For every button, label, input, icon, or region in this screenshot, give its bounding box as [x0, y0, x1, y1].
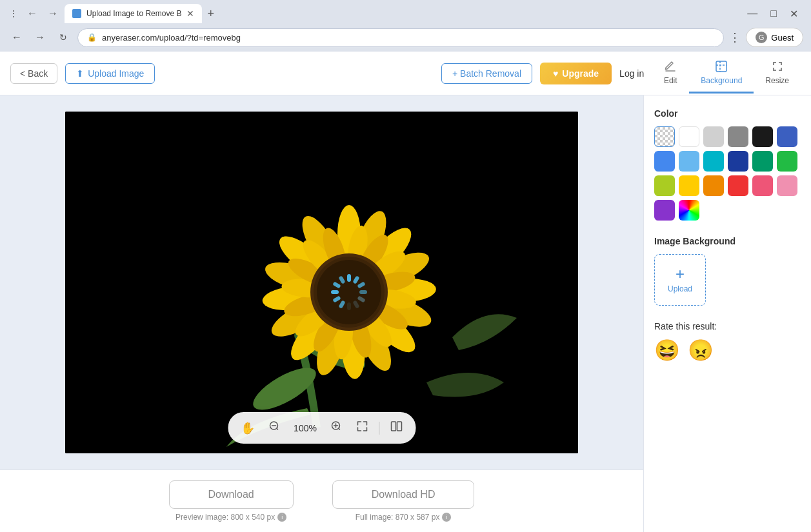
color-swatch-cyan[interactable] — [703, 151, 724, 172]
login-button[interactable]: Log in — [619, 68, 644, 79]
color-swatch-light-gray[interactable] — [703, 126, 724, 147]
background-icon — [714, 59, 728, 74]
edit-tool[interactable]: Edit — [652, 53, 689, 94]
guest-button[interactable]: G Guest — [746, 28, 803, 47]
heart-icon: ♥ — [553, 68, 558, 79]
download-hd-button[interactable]: Download HD — [332, 480, 475, 509]
maximize-button[interactable]: □ — [770, 8, 777, 20]
download-group-standard: Download Preview image: 800 x 540 px i — [169, 480, 294, 522]
preview-info-icon[interactable]: i — [277, 513, 286, 522]
full-info-text: Full image: 870 x 587 px — [355, 513, 440, 522]
color-swatch-transparent[interactable] — [654, 126, 675, 147]
minimize-button[interactable]: — — [747, 8, 757, 20]
url-text: anyeraser.com/upload/?td=removebg — [102, 33, 714, 43]
download-button[interactable]: Download — [169, 480, 294, 509]
svg-rect-0 — [716, 61, 726, 72]
color-row-4 — [654, 200, 801, 221]
split-view-icon — [390, 420, 403, 436]
color-swatch-white[interactable] — [679, 126, 699, 147]
preview-info-text: Preview image: 800 x 540 px — [175, 513, 275, 522]
back-nav-button[interactable]: < Back — [10, 63, 57, 84]
resize-tool[interactable]: Resize — [754, 53, 801, 94]
split-view-button[interactable] — [387, 417, 405, 438]
canvas-area: ✋ 100% — [0, 95, 643, 532]
color-swatch-yellow[interactable] — [679, 175, 699, 196]
fullscreen-icon — [355, 420, 368, 436]
download-bar: Download Preview image: 800 x 540 px i D… — [0, 469, 643, 532]
tab-list-button[interactable]: ⋮ — [6, 6, 21, 21]
guest-label: Guest — [771, 33, 794, 43]
download-group-hd: Download HD Full image: 870 x 587 px i — [332, 480, 475, 522]
angry-emoji-button[interactable]: 😠 — [688, 338, 714, 362]
image-upload-box[interactable]: + Upload — [654, 254, 706, 306]
svg-rect-39 — [347, 274, 351, 282]
canvas-toolbar: ✋ 100% — [228, 412, 416, 444]
color-swatch-light-blue[interactable] — [679, 151, 699, 172]
edit-icon — [663, 59, 677, 74]
browser-forward-button[interactable]: → — [31, 28, 49, 46]
color-swatch-blue[interactable] — [654, 151, 675, 172]
color-swatch-yellow-green[interactable] — [654, 175, 675, 196]
color-swatch-red[interactable] — [728, 175, 748, 196]
color-swatch-pink[interactable] — [777, 175, 797, 196]
upgrade-label: Upgrade — [562, 68, 599, 79]
full-info-icon[interactable]: i — [442, 513, 451, 522]
color-row-3 — [654, 175, 801, 196]
right-panel: Color — [643, 95, 811, 532]
happy-emoji-button[interactable]: 😆 — [654, 338, 680, 362]
forward-button[interactable]: → — [44, 5, 62, 23]
zoom-out-icon — [268, 420, 281, 436]
upload-plus-icon: + — [676, 266, 685, 282]
security-icon: 🔒 — [87, 33, 97, 42]
zoom-out-button[interactable] — [265, 417, 283, 438]
zoom-in-icon — [330, 420, 343, 436]
canvas-wrapper: ✋ 100% — [0, 95, 643, 469]
main-content: ✋ 100% — [0, 95, 811, 532]
color-swatch-orange[interactable] — [703, 175, 724, 196]
resize-label: Resize — [765, 76, 789, 85]
upload-image-button[interactable]: ⬆ Upload Image — [65, 63, 155, 84]
upgrade-button[interactable]: ♥ Upgrade — [540, 63, 612, 84]
image-canvas — [65, 112, 578, 453]
batch-removal-button[interactable]: + Batch Removal — [441, 63, 532, 84]
emoji-row: 😆 😠 — [654, 338, 801, 362]
svg-point-38 — [317, 260, 381, 324]
image-background-label: Image Background — [654, 236, 801, 246]
new-tab-button[interactable]: + — [205, 5, 217, 23]
svg-rect-48 — [331, 290, 339, 294]
guest-avatar-icon: G — [756, 32, 767, 43]
pan-tool-button[interactable]: ✋ — [238, 419, 257, 438]
color-swatch-black[interactable] — [752, 126, 773, 147]
color-swatch-navy[interactable] — [728, 151, 748, 172]
svg-rect-54 — [397, 422, 401, 431]
svg-rect-42 — [359, 290, 367, 294]
edit-label: Edit — [664, 76, 677, 85]
tab-favicon — [72, 9, 81, 18]
upload-icon: ⬆ — [76, 68, 84, 79]
browser-menu-button[interactable]: ⋮ — [729, 30, 741, 44]
browser-back-button[interactable]: ← — [8, 28, 26, 46]
fullscreen-button[interactable] — [353, 417, 371, 438]
refresh-button[interactable]: ↻ — [54, 28, 72, 46]
sunflower-image — [65, 112, 578, 453]
background-tool[interactable]: Background — [689, 53, 754, 94]
hand-icon: ✋ — [241, 421, 255, 435]
color-swatch-teal[interactable] — [752, 151, 773, 172]
tab-title: Upload Image to Remove B — [86, 9, 181, 18]
color-swatch-pink-red[interactable] — [752, 175, 773, 196]
color-swatch-purple[interactable] — [654, 200, 675, 221]
window-controls: — □ ✕ — [747, 8, 805, 20]
color-swatch-green[interactable] — [777, 151, 797, 172]
color-swatch-rainbow[interactable] — [679, 200, 699, 221]
color-swatch-dark-blue[interactable] — [777, 126, 797, 147]
color-swatch-gray[interactable] — [728, 126, 748, 147]
close-window-button[interactable]: ✕ — [790, 8, 798, 20]
tab-close-button[interactable]: ✕ — [186, 9, 194, 18]
rating-section: Rate this result: 😆 😠 — [654, 321, 801, 362]
address-bar: ← → ↻ 🔒 anyeraser.com/upload/?td=removeb… — [0, 23, 811, 52]
active-tab[interactable]: Upload Image to Remove B ✕ — [65, 4, 202, 23]
zoom-in-button[interactable] — [327, 417, 345, 438]
back-button[interactable]: ← — [23, 5, 41, 23]
background-label: Background — [701, 76, 742, 85]
url-bar[interactable]: 🔒 anyeraser.com/upload/?td=removebg — [77, 28, 724, 47]
